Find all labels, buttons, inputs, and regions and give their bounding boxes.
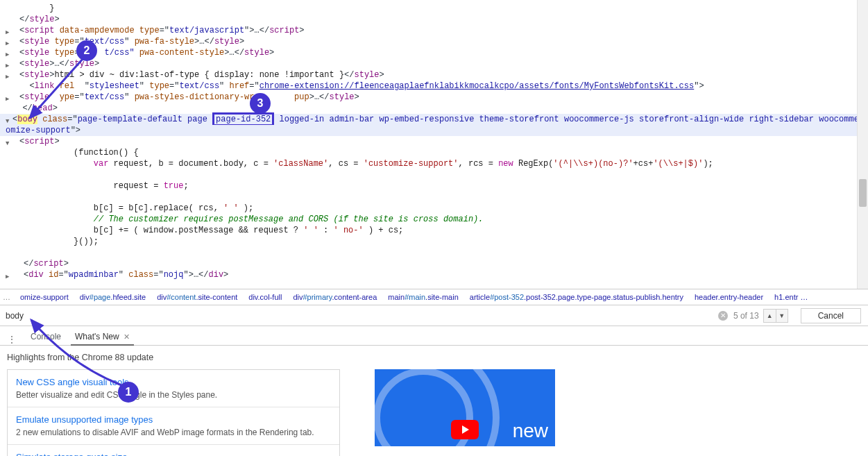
card-subtitle: 2 new emulations to disable AVIF and Web… [16, 428, 331, 437]
card-title: Emulate unsupported image types [16, 414, 331, 425]
body-element-row-wrap: omize-support"> [0, 125, 867, 136]
drawer-tabs: ⋮ Console What's New✕ [0, 326, 868, 346]
page-id-highlight: page-id-352 [212, 112, 274, 126]
breadcrumb-item[interactable]: article#post-352.post-352.page.type-page… [464, 293, 689, 301]
code-line[interactable]: <script> [0, 136, 867, 147]
inline-script-block: (function() { var request, b = document.… [0, 147, 867, 247]
breadcrumb-item[interactable]: div#page.hfeed.site [74, 293, 151, 301]
find-cancel-button[interactable]: Cancel [801, 308, 861, 323]
code-line: <link rel "stylesheet" type="text/css" h… [0, 81, 867, 92]
code-line[interactable]: <style>…</style> [0, 58, 867, 69]
code-line[interactable]: <style>html > div ~ div:last-of-type { d… [0, 69, 867, 81]
annotation-arrow-1 [21, 316, 125, 392]
annotation-callout-2: 2 [76, 40, 97, 61]
dom-breadcrumb[interactable]: … omize-support div#page.hfeed.site div#… [0, 289, 868, 305]
annotation-callout-1: 1 [118, 382, 139, 403]
find-prev-button[interactable]: ▲ [763, 309, 776, 323]
body-element-row[interactable]: <body class="page-template-default page … [0, 114, 867, 125]
code-line: } [0, 3, 867, 14]
scrollbar-thumb[interactable] [859, 179, 867, 207]
code-line[interactable]: <div id="wpadminbar" class="nojq">…</div… [0, 269, 867, 280]
collapse-icon[interactable] [6, 138, 9, 149]
breadcrumb-item[interactable]: main#main.site-main [382, 293, 464, 301]
breadcrumb-item[interactable]: div.col-full [243, 293, 287, 301]
code-line: </head> [0, 103, 867, 114]
elements-source-pane[interactable]: } </style> <script data-ampdevmode type=… [0, 0, 868, 289]
find-result-count: 5 of 13 [733, 311, 759, 321]
breadcrumb-item[interactable]: omize-support [15, 293, 74, 301]
expand-icon[interactable] [6, 271, 9, 282]
breadcrumb-item[interactable]: div#content.site-content [151, 293, 243, 301]
code-line[interactable]: <style type=" t/css" pwa-content-style>…… [0, 47, 867, 58]
annotation-callout-3: 3 [250, 93, 271, 114]
whats-new-video-thumbnail[interactable]: new [375, 369, 555, 446]
code-line[interactable]: <style ype="text/css" pwa-styles-diction… [0, 92, 867, 103]
card-title: Simulate storage quota size [16, 452, 331, 456]
code-line: </script> [0, 258, 867, 269]
find-bar: ✕ 5 of 13 ▲ ▼ Cancel [0, 305, 868, 326]
clear-icon[interactable]: ✕ [718, 311, 728, 321]
code-line[interactable]: <style type="text/css" pwa-fa-style>…</s… [0, 36, 867, 47]
annotation-arrow-2 [24, 56, 94, 125]
drawer-menu-icon[interactable]: ⋮ [0, 334, 24, 345]
whats-new-headline: Highlights from the Chrome 88 update [7, 353, 861, 362]
breadcrumb-item[interactable]: h1.entr … [769, 293, 813, 301]
code-line: </style> [0, 14, 867, 25]
play-icon[interactable] [451, 420, 479, 439]
whats-new-card[interactable]: Simulate storage quota size [8, 445, 339, 456]
code-line[interactable]: <script data-ampdevmode type="text/javas… [0, 25, 867, 36]
breadcrumb-overflow[interactable]: … [0, 293, 15, 301]
vertical-scrollbar[interactable] [857, 0, 868, 289]
find-next-button[interactable]: ▼ [776, 309, 788, 323]
breadcrumb-item[interactable]: div#primary.content-area [287, 293, 382, 301]
whats-new-card[interactable]: Emulate unsupported image types 2 new em… [8, 407, 339, 445]
breadcrumb-item[interactable]: header.entry-header [689, 293, 769, 301]
